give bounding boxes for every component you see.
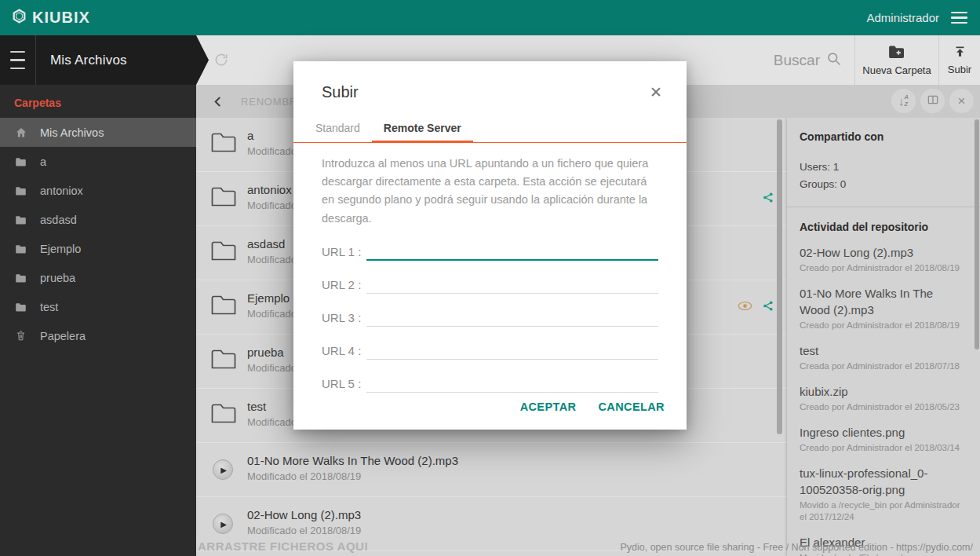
- trash-icon: [14, 330, 27, 342]
- file-name: test: [247, 400, 266, 413]
- share-icon[interactable]: [761, 299, 774, 316]
- folder-icon: [14, 244, 27, 254]
- sidebar-item[interactable]: Ejemplo: [0, 234, 196, 263]
- shared-users-count: Users: 1: [800, 159, 966, 176]
- sidebar-item[interactable]: asdasd: [0, 205, 196, 234]
- new-folder-icon: [888, 45, 905, 62]
- file-name: a: [247, 129, 253, 142]
- activity-item: kiubix.zip Creado por Administrador el 2…: [800, 383, 966, 413]
- activity-item-name[interactable]: Ingreso clientes.png: [800, 424, 966, 441]
- folder-outline-icon: [210, 131, 237, 156]
- file-name: prueba: [247, 346, 284, 359]
- hexagon-logo-icon: [11, 8, 27, 27]
- workspace-header: Mis Archivos: [0, 35, 209, 85]
- url-5-input[interactable]: [366, 372, 658, 393]
- file-name: 02-How Long (2).mp3: [247, 508, 361, 521]
- search-button[interactable]: Buscar: [761, 35, 854, 85]
- back-icon[interactable]: [212, 96, 224, 108]
- url-4-label: URL 4 :: [322, 344, 366, 360]
- close-icon: ×: [958, 94, 966, 108]
- folder-outline-icon: [210, 402, 237, 427]
- sidebar-item[interactable]: a: [0, 147, 196, 176]
- url-2-label: URL 2 :: [322, 278, 366, 294]
- panel-divider: [787, 207, 980, 207]
- file-name: antoniox: [247, 183, 292, 196]
- dropzone-hint: ARRASTRE FICHEROS AQUI: [198, 540, 368, 553]
- url-2-input[interactable]: [366, 273, 658, 294]
- url-5-label: URL 5 :: [322, 377, 366, 393]
- upload-button[interactable]: Subir: [938, 35, 980, 85]
- search-icon: [826, 51, 842, 70]
- sidebar-item-label: asdasd: [40, 214, 77, 226]
- eye-icon[interactable]: [738, 300, 752, 314]
- activity-item-name[interactable]: test: [800, 342, 966, 359]
- shared-groups-count: Groups: 0: [800, 176, 966, 193]
- url-4-input[interactable]: [366, 339, 658, 360]
- file-row[interactable]: ▶ 01-No More Walks In The Wood (2).mp3 M…: [196, 443, 787, 497]
- url-3-input[interactable]: [366, 306, 658, 327]
- file-name: 01-No More Walks In The Wood (2).mp3: [247, 454, 458, 467]
- activity-item-meta: Creado por Administrador el 2018/03/14: [800, 442, 966, 454]
- file-name: Ejemplo: [247, 291, 290, 305]
- folder-outline-icon: [210, 348, 237, 373]
- search-label: Buscar: [774, 52, 820, 69]
- shared-with-title: Compartido con: [800, 130, 966, 143]
- cancel-button[interactable]: CANCELAR: [587, 393, 676, 420]
- activity-item: 02-How Long (2).mp3 Creado por Administr…: [800, 244, 966, 274]
- activity-item-name[interactable]: 02-How Long (2).mp3: [800, 244, 966, 261]
- sidebar-item[interactable]: test: [0, 292, 196, 321]
- sidebar-item[interactable]: Papelera: [0, 321, 196, 350]
- new-folder-button[interactable]: Nueva Carpeta: [854, 35, 938, 85]
- sidebar-item[interactable]: antoniox: [0, 176, 196, 205]
- info-panel: Compartido con Users: 1 Groups: 0 Activi…: [787, 118, 980, 556]
- share-icon[interactable]: [761, 191, 774, 207]
- sidebar-menu-button[interactable]: [0, 35, 36, 85]
- tab-standard[interactable]: Standard: [304, 116, 372, 142]
- columns-view-button[interactable]: [920, 89, 945, 113]
- url-1-input[interactable]: [366, 240, 658, 261]
- dialog-title: Subir: [293, 61, 687, 101]
- folder-icon: [14, 186, 27, 196]
- play-icon: ▶: [213, 459, 233, 480]
- file-list-scrollbar[interactable]: [777, 119, 782, 434]
- sidebar-item-label: Papelera: [40, 330, 86, 342]
- close-panel-button[interactable]: ×: [949, 89, 974, 113]
- close-icon[interactable]: ✕: [650, 85, 662, 100]
- sort-alpha-icon: ↓AZ: [898, 94, 909, 108]
- sidebar-item[interactable]: prueba: [0, 263, 196, 292]
- activity-item-name[interactable]: 01-No More Walks In The Wood (2).mp3: [800, 285, 966, 318]
- home-icon: [14, 126, 27, 139]
- accept-button[interactable]: ACEPTAR: [509, 393, 588, 420]
- upload-dialog: Subir ✕ Standard Remote Server Introduzc…: [293, 61, 687, 430]
- upload-icon: [953, 45, 967, 61]
- file-name: asdasd: [247, 237, 285, 251]
- topbar: KIUBIX Administrador: [0, 0, 980, 35]
- pydio-footer-text: Pydio, open source file sharing - Free /…: [620, 542, 973, 553]
- activity-item: tux-linux-professional_0-100520358-orig.…: [800, 465, 966, 523]
- upload-label: Subir: [948, 64, 971, 75]
- new-folder-label: Nueva Carpeta: [862, 64, 931, 76]
- folder-outline-icon: [210, 240, 237, 265]
- folder-icon: [14, 157, 27, 166]
- activity-item: 01-No More Walks In The Wood (2).mp3 Cre…: [800, 285, 966, 331]
- workspace-title: Mis Archivos: [50, 53, 127, 68]
- menu-icon: [10, 49, 25, 71]
- brand-name: KIUBIX: [32, 9, 90, 27]
- sidebar-item-label: Mis Archivos: [40, 126, 104, 139]
- info-panel-scrollbar[interactable]: [975, 119, 979, 349]
- activity-item-meta: Creado por Administrador el 2018/08/19: [800, 320, 966, 331]
- file-modified-date: Modificado el 2018/08/19: [247, 470, 361, 482]
- sidebar-item-label: a: [40, 155, 46, 168]
- sidebar-item[interactable]: Mis Archivos: [0, 118, 196, 147]
- sort-button[interactable]: ↓AZ: [891, 89, 916, 113]
- folder-outline-icon: [210, 294, 237, 319]
- play-icon: ▶: [213, 514, 233, 534]
- activity-item-meta: Creada por Administrador el 2018/07/18: [800, 360, 966, 372]
- tab-remote-server[interactable]: Remote Server: [372, 116, 473, 142]
- user-menu-icon[interactable]: [951, 12, 967, 24]
- activity-item-name[interactable]: kiubix.zip: [800, 383, 966, 400]
- activity-item-name[interactable]: tux-linux-professional_0-100520358-orig.…: [800, 465, 966, 498]
- refresh-icon[interactable]: [213, 52, 229, 71]
- columns-icon: [927, 93, 939, 109]
- folder-icon: [14, 273, 27, 283]
